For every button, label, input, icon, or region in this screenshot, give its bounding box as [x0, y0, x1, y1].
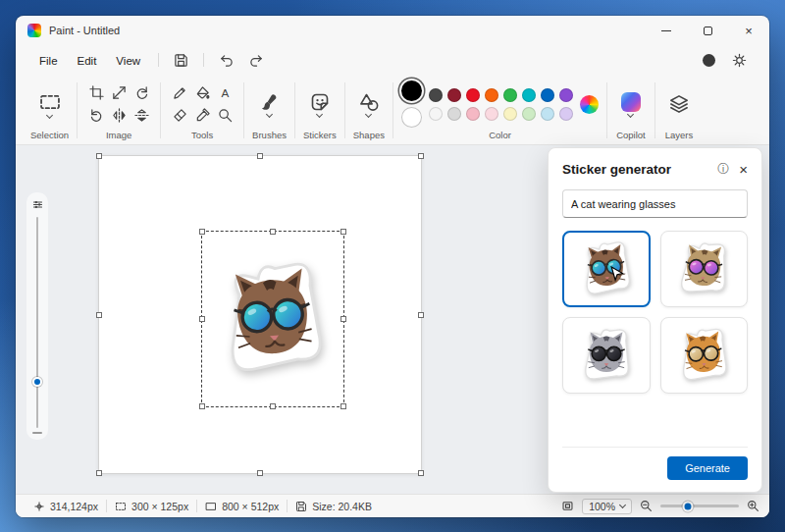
eraser-button[interactable] [169, 105, 190, 127]
color-swatch[interactable] [447, 107, 461, 121]
group-label-selection: Selection [30, 130, 69, 142]
generate-button[interactable]: Generate [667, 456, 748, 480]
crop-button[interactable] [85, 82, 107, 104]
selection-resize-handle[interactable] [340, 229, 346, 235]
zoom-slider-thumb[interactable] [683, 501, 694, 511]
cat-sticker-art [574, 237, 639, 301]
magnifier-button[interactable] [214, 105, 236, 127]
resize-button[interactable] [108, 82, 130, 104]
flip-horizontal-button[interactable] [108, 105, 130, 127]
pencil-button[interactable] [169, 82, 190, 104]
fill-bucket-button[interactable] [191, 82, 213, 104]
sticker-thumbnail-tabby-cat-teal-sunglasses[interactable] [562, 231, 651, 307]
color-swatch[interactable] [429, 88, 443, 102]
ribbon-group-shapes: Shapes [348, 79, 390, 142]
ribbon-group-stickers: Stickers [298, 79, 341, 142]
rotate-left-button[interactable] [85, 105, 107, 127]
settings-gear-icon[interactable] [725, 50, 754, 71]
canvas-resize-handle[interactable] [96, 312, 102, 318]
canvas-resize-handle[interactable] [418, 470, 424, 476]
group-label-image: Image [106, 130, 131, 142]
selection-resize-handle[interactable] [199, 229, 205, 235]
color-swatch[interactable] [503, 88, 517, 102]
rotate-right-button[interactable] [131, 82, 152, 104]
window-title: Paint - Untitled [49, 25, 120, 36]
canvas-resize-handle[interactable] [96, 153, 102, 159]
flip-vertical-button[interactable] [131, 105, 152, 127]
group-label-copilot: Copilot [616, 130, 646, 142]
color-swatch[interactable] [447, 88, 461, 102]
zoom-out-button[interactable] [640, 500, 653, 512]
selection-resize-handle[interactable] [270, 403, 276, 409]
selection-resize-handle[interactable] [340, 403, 346, 409]
selection-resize-handle[interactable] [340, 316, 346, 322]
zoom-in-button[interactable] [747, 500, 759, 512]
chevron-down-icon [627, 110, 634, 117]
info-icon[interactable]: ⓘ [717, 161, 729, 178]
color-swatch[interactable] [559, 107, 573, 121]
group-label-tools: Tools [191, 130, 213, 142]
color-swatch[interactable] [503, 107, 517, 121]
color-picker-button[interactable] [191, 105, 213, 127]
color-swatch[interactable] [541, 88, 554, 102]
sticker-prompt-input[interactable] [562, 189, 748, 218]
drawing-canvas[interactable] [98, 155, 422, 474]
menu-file[interactable]: File [29, 51, 68, 71]
color-swatch[interactable] [485, 107, 498, 121]
secondary-color-swatch[interactable] [401, 107, 422, 128]
maximize-button[interactable] [687, 16, 728, 45]
selection-resize-handle[interactable] [270, 229, 276, 235]
sticker-thumbnail-gray-cat-round-glasses[interactable] [562, 317, 651, 394]
stickers-button[interactable] [304, 90, 336, 119]
canvas-resize-handle[interactable] [257, 153, 263, 159]
color-swatch[interactable] [522, 107, 536, 121]
menu-edit[interactable]: Edit [68, 51, 107, 71]
vertical-zoom-slider[interactable] [26, 192, 48, 440]
canvas-resize-handle[interactable] [257, 470, 263, 476]
close-button[interactable]: × [728, 16, 769, 45]
zoom-slider[interactable] [660, 505, 739, 507]
primary-color-swatch[interactable] [401, 80, 422, 101]
save-button[interactable] [167, 50, 195, 71]
color-wheel-button[interactable] [580, 95, 599, 114]
canvas-resize-handle[interactable] [96, 470, 102, 476]
undo-button[interactable] [212, 50, 240, 71]
color-swatch[interactable] [466, 107, 480, 121]
minimize-button[interactable] [646, 16, 687, 45]
panel-close-icon[interactable]: × [739, 162, 748, 177]
canvas-resize-handle[interactable] [418, 153, 424, 159]
selection-resize-handle[interactable] [199, 316, 205, 322]
fit-to-window-button[interactable] [561, 500, 574, 512]
group-label-shapes: Shapes [353, 130, 385, 142]
group-label-color: Color [489, 130, 511, 142]
color-swatch[interactable] [466, 88, 480, 102]
brushes-button[interactable] [254, 90, 286, 119]
redo-button[interactable] [242, 50, 271, 71]
flip-vertical-icon [134, 108, 149, 123]
layers-button[interactable] [663, 92, 695, 116]
sticker-thumbnail-orange-tabby-rim-glasses[interactable] [660, 317, 749, 394]
selection-tool-button[interactable] [33, 89, 67, 120]
minimize-icon [661, 30, 671, 31]
shapes-button[interactable] [353, 90, 385, 119]
text-button[interactable]: A [214, 82, 236, 104]
color-swatch[interactable] [541, 107, 554, 121]
copilot-button[interactable] [615, 90, 647, 119]
sticker-thumbnail-tan-cat-pink-sunglasses[interactable] [660, 231, 749, 307]
selection-resize-handle[interactable] [199, 403, 205, 409]
cat-sticker-art [671, 237, 736, 301]
color-swatch[interactable] [429, 107, 443, 121]
sticker-selection[interactable] [201, 231, 344, 407]
workspace: Sticker generator ⓘ × Generate [16, 145, 769, 494]
chevron-down-icon [46, 111, 53, 118]
menu-view[interactable]: View [106, 51, 150, 71]
zoom-level-dropdown[interactable]: 100% [582, 499, 632, 514]
color-swatch[interactable] [522, 88, 536, 102]
account-icon[interactable] [703, 54, 715, 67]
color-swatch[interactable] [559, 88, 573, 102]
vertical-slider-track[interactable] [36, 217, 38, 428]
ribbon-group-selection: Selection [26, 79, 74, 142]
vertical-slider-thumb[interactable] [32, 377, 42, 387]
canvas-resize-handle[interactable] [418, 312, 424, 318]
color-swatch[interactable] [485, 88, 498, 102]
